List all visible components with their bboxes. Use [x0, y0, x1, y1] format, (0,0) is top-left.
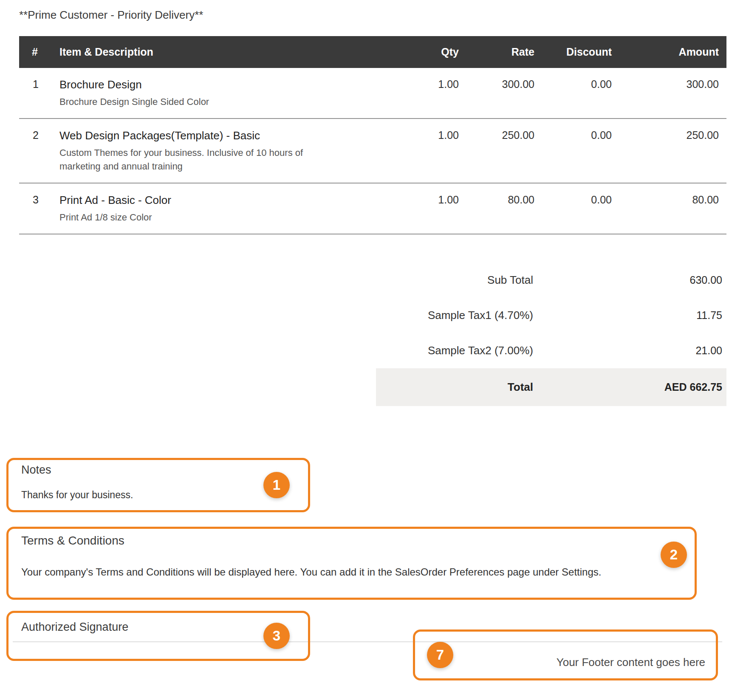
- table-row: 3 Print Ad - Basic - Color Print Ad 1/8 …: [19, 183, 726, 234]
- item-qty: 1.00: [410, 68, 461, 119]
- terms-section: Terms & Conditions Your company's Terms …: [6, 527, 697, 600]
- item-rate: 250.00: [461, 119, 537, 183]
- column-header-rate: Rate: [461, 36, 537, 68]
- item-amount: 300.00: [614, 68, 726, 119]
- item-discount: 0.00: [537, 68, 614, 119]
- item-description: Brochure Design Single Sided Color: [59, 95, 331, 109]
- subtotal-label: Sub Total: [376, 274, 533, 287]
- item-rate: 80.00: [461, 183, 537, 234]
- column-header-amount: Amount: [614, 36, 726, 68]
- item-description: Custom Themes for your business. Inclusi…: [59, 146, 331, 173]
- subtotal-row: Sub Total 630.00: [376, 262, 726, 298]
- annotation-badge-1: 1: [263, 472, 290, 498]
- notes-section: Notes Thanks for your business. 1: [6, 458, 310, 512]
- tax2-value: 21.00: [533, 344, 726, 357]
- column-header-discount: Discount: [537, 36, 614, 68]
- terms-body: Your company's Terms and Conditions will…: [21, 566, 695, 578]
- table-row: 2 Web Design Packages(Template) - Basic …: [19, 119, 726, 183]
- total-row: Total AED 662.75: [376, 368, 726, 406]
- item-amount: 250.00: [614, 119, 726, 183]
- tax1-label: Sample Tax1 (4.70%): [376, 309, 533, 322]
- row-number: 1: [19, 68, 59, 119]
- sales-order-document: **Prime Customer - Priority Delivery** #…: [0, 0, 746, 700]
- item-description: Print Ad 1/8 size Color: [59, 211, 331, 224]
- annotation-badge-2: 2: [661, 542, 687, 568]
- tax1-row: Sample Tax1 (4.70%) 11.75: [376, 298, 726, 333]
- item-cell: Print Ad - Basic - Color Print Ad 1/8 si…: [59, 183, 410, 234]
- footer-section: 7 Your Footer content goes here: [413, 629, 718, 680]
- column-header-item-description: Item & Description: [59, 36, 410, 68]
- item-cell: Brochure Design Brochure Design Single S…: [59, 68, 410, 119]
- item-name: Brochure Design: [59, 78, 410, 91]
- item-cell: Web Design Packages(Template) - Basic Cu…: [59, 119, 410, 183]
- notes-title: Notes: [21, 463, 308, 477]
- total-label: Total: [376, 381, 533, 394]
- terms-title: Terms & Conditions: [21, 534, 695, 548]
- tax2-row: Sample Tax2 (7.00%) 21.00: [376, 333, 726, 368]
- subtotal-value: 630.00: [533, 274, 726, 286]
- signature-section: Authorized Signature 3: [6, 611, 310, 661]
- row-number: 3: [19, 183, 59, 234]
- item-qty: 1.00: [410, 183, 461, 234]
- item-name: Print Ad - Basic - Color: [59, 194, 410, 207]
- table-row: 1 Brochure Design Brochure Design Single…: [19, 68, 726, 119]
- line-items-table: # Item & Description Qty Rate Discount A…: [19, 36, 726, 234]
- item-discount: 0.00: [537, 119, 614, 183]
- summary-section: Sub Total 630.00 Sample Tax1 (4.70%) 11.…: [376, 262, 726, 406]
- column-header-qty: Qty: [410, 36, 461, 68]
- tax1-value: 11.75: [533, 309, 726, 322]
- total-value: AED 662.75: [533, 381, 726, 393]
- item-qty: 1.00: [410, 119, 461, 183]
- customer-priority-note: **Prime Customer - Priority Delivery**: [0, 0, 746, 22]
- annotation-badge-7: 7: [427, 642, 453, 668]
- table-header-row: # Item & Description Qty Rate Discount A…: [19, 36, 726, 68]
- item-discount: 0.00: [537, 183, 614, 234]
- row-number: 2: [19, 119, 59, 183]
- footer-text: Your Footer content goes here: [557, 656, 705, 669]
- item-amount: 80.00: [614, 183, 726, 234]
- annotation-badge-3: 3: [263, 623, 290, 649]
- item-name: Web Design Packages(Template) - Basic: [59, 129, 410, 142]
- tax2-label: Sample Tax2 (7.00%): [376, 344, 533, 357]
- item-rate: 300.00: [461, 68, 537, 119]
- column-header-number: #: [19, 36, 59, 68]
